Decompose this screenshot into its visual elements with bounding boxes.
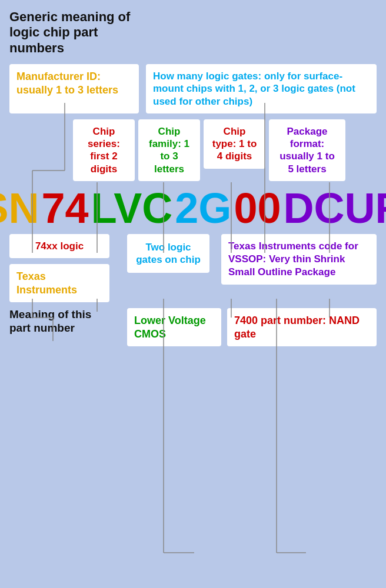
- part-2g: 2G: [175, 187, 231, 229]
- chip-series-box: Chip series: first 2 digits: [73, 119, 135, 181]
- chip-package-box: Package format: usually 1 to 5 letters: [269, 119, 345, 181]
- page-title: Generic meaning of logic chip part numbe…: [9, 9, 139, 56]
- center-column: Two logic gates on chip: [127, 234, 209, 302]
- part-lvc: LVC: [91, 187, 173, 229]
- left-column: 74xx logic Texas Instruments: [9, 234, 109, 302]
- chip-type-box: Chip type: 1 to 4 digits: [204, 119, 265, 169]
- ti-box: Texas Instruments: [9, 264, 109, 302]
- page: Generic meaning of logic chip part numbe…: [0, 0, 386, 588]
- part-sn: SN: [0, 187, 39, 229]
- nand-meaning-box: 7400 part number: NAND gate: [227, 308, 377, 346]
- part-00: 00: [234, 187, 281, 229]
- top-row: Manufacturer ID: usually 1 to 3 letters …: [9, 64, 377, 113]
- vssop-box: Texas Instruments code for VSSOP: Very t…: [221, 234, 377, 285]
- bottom-meaning-row: Meaning of this part number Lower Voltag…: [9, 308, 377, 346]
- manufacturer-box: Manufacturer ID: usually 1 to 3 letters: [9, 64, 139, 113]
- lvc-meaning-box: Lower Voltage CMOS: [127, 308, 221, 346]
- bottom-area: 74xx logic Texas Instruments Two logic g…: [9, 234, 377, 302]
- two-gates-box: Two logic gates on chip: [127, 234, 209, 273]
- part-number-row: SN 74 LVC 2G 00 DCUR: [9, 187, 377, 229]
- right-column: Texas Instruments code for VSSOP: Very t…: [221, 234, 377, 302]
- part-74: 74: [42, 187, 89, 229]
- meaning-label: Meaning of this part number: [9, 308, 92, 335]
- chip-family-box: Chip family: 1 to 3 letters: [138, 119, 200, 181]
- mid-row: Chip series: first 2 digits Chip family:…: [73, 119, 377, 181]
- howmany-box: How many logic gates: only for surface-m…: [146, 64, 377, 113]
- part-dcur: DCUR: [283, 187, 386, 229]
- logic-74xx-box: 74xx logic: [9, 234, 109, 258]
